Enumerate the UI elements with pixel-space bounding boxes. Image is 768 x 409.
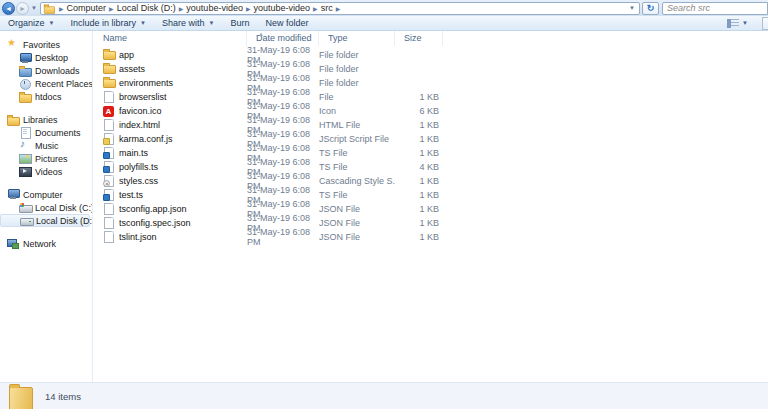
toolbar-button-label: Burn bbox=[230, 18, 249, 28]
command-toolbar: Organize▼Include in library▼Share with▼B… bbox=[0, 16, 768, 31]
sidebar-item-computer[interactable]: Computer bbox=[0, 188, 92, 201]
folder-file-icon bbox=[103, 63, 119, 75]
drive-icon bbox=[20, 215, 32, 226]
table-row[interactable]: styles.css31-May-19 6:08 PMCascading Sty… bbox=[94, 174, 768, 188]
file-type: TS File bbox=[319, 148, 395, 158]
breadcrumb-item[interactable]: Local Disk (D:) bbox=[117, 3, 176, 13]
file-name: tsconfig.app.json bbox=[119, 204, 247, 214]
sidebar-item-music[interactable]: Music bbox=[0, 139, 92, 152]
explorer-window: ◄ ► ▼ ▶Computer▶Local Disk (D:)▶youtube-… bbox=[0, 0, 768, 409]
file-name: karma.conf.js bbox=[119, 134, 247, 144]
sidebar-item-label: Libraries bbox=[23, 115, 58, 125]
file-size: 6 KB bbox=[395, 106, 439, 116]
sidebar-item-favorites[interactable]: Favorites bbox=[0, 38, 92, 51]
table-row[interactable]: tsconfig.app.json31-May-19 6:08 PMJSON F… bbox=[94, 202, 768, 216]
desktop-icon bbox=[19, 52, 31, 63]
toolbar-button-organize[interactable]: Organize▼ bbox=[0, 16, 62, 31]
column-header-size[interactable]: Size bbox=[395, 31, 443, 46]
file-size: 1 KB bbox=[395, 176, 439, 186]
file-date-modified: 31-May-19 6:08 PM bbox=[247, 227, 319, 247]
file-size: 1 KB bbox=[395, 232, 439, 242]
breadcrumb-separator-icon: ▶ bbox=[313, 5, 318, 12]
sidebar-item-downloads[interactable]: Downloads bbox=[0, 64, 92, 77]
sidebar-item-label: Favorites bbox=[23, 40, 60, 50]
table-row[interactable]: favicon.ico31-May-19 6:08 PMIcon6 KB bbox=[94, 104, 768, 118]
sidebar-item-desktop[interactable]: Desktop bbox=[0, 51, 92, 64]
ts-file-icon bbox=[103, 161, 119, 173]
lib-icon bbox=[7, 114, 19, 125]
forward-button[interactable]: ► bbox=[16, 2, 29, 15]
toolbar-button-burn[interactable]: Burn bbox=[222, 16, 257, 31]
sidebar-item-label: Downloads bbox=[35, 66, 80, 76]
back-button[interactable]: ◄ bbox=[2, 2, 15, 15]
sidebar-item-pictures[interactable]: Pictures bbox=[0, 152, 92, 165]
downloads-icon bbox=[19, 65, 31, 76]
file-name: styles.css bbox=[119, 176, 247, 186]
table-row[interactable]: polyfills.ts31-May-19 6:08 PMTS File4 KB bbox=[94, 160, 768, 174]
toolbar-button-new-folder[interactable]: New folder bbox=[257, 16, 316, 31]
table-row[interactable]: browserslist31-May-19 6:08 PMFile1 KB bbox=[94, 90, 768, 104]
drive-c-icon bbox=[19, 202, 31, 213]
table-row[interactable]: tsconfig.spec.json31-May-19 6:08 PMJSON … bbox=[94, 216, 768, 230]
sidebar-item-libraries[interactable]: Libraries bbox=[0, 113, 92, 126]
table-row[interactable]: karma.conf.js31-May-19 6:08 PMJScript Sc… bbox=[94, 132, 768, 146]
preview-pane-button[interactable] bbox=[762, 17, 768, 30]
sidebar-item-label: Local Disk (D:) bbox=[36, 216, 93, 226]
toolbar-items: Organize▼Include in library▼Share with▼B… bbox=[0, 16, 317, 31]
file-type: Icon bbox=[319, 106, 395, 116]
sidebar-item-label: Music bbox=[35, 141, 59, 151]
file-size: 1 KB bbox=[395, 134, 439, 144]
sidebar-item-label: Local Disk (C:) bbox=[35, 203, 93, 213]
file-name: environments bbox=[119, 78, 247, 88]
file-type: HTML File bbox=[319, 120, 395, 130]
sidebar-group-computer: ComputerLocal Disk (C:)Local Disk (D:) bbox=[0, 188, 92, 227]
breadcrumb-item[interactable]: youtube-video bbox=[186, 3, 243, 13]
table-row[interactable]: environments31-May-19 6:08 PMFile folder bbox=[94, 76, 768, 90]
column-header-name[interactable]: Name bbox=[94, 31, 247, 46]
breadcrumb-item[interactable]: src bbox=[321, 3, 333, 13]
search-input[interactable] bbox=[663, 3, 767, 14]
sidebar-item-local-disk-d[interactable]: Local Disk (D:) bbox=[0, 214, 90, 227]
sidebar-item-label: Videos bbox=[35, 167, 62, 177]
table-row[interactable]: app31-May-19 6:08 PMFile folder bbox=[94, 48, 768, 62]
file-file-icon bbox=[103, 231, 119, 243]
breadcrumb-item[interactable]: Computer bbox=[67, 3, 107, 13]
sidebar-item-videos[interactable]: Videos bbox=[0, 165, 92, 178]
file-name: main.ts bbox=[119, 148, 247, 158]
toolbar-button-include-in-library[interactable]: Include in library▼ bbox=[62, 16, 153, 31]
table-row[interactable]: tslint.json31-May-19 6:08 PMJSON File1 K… bbox=[94, 230, 768, 244]
folder-icon bbox=[19, 91, 31, 102]
file-size: 1 KB bbox=[395, 148, 439, 158]
file-type: File folder bbox=[319, 50, 395, 60]
column-header-type[interactable]: Type bbox=[319, 31, 395, 46]
sidebar-item-htdocs[interactable]: htdocs bbox=[0, 90, 92, 103]
navigation-pane: FavoritesDesktopDownloadsRecent Placesht… bbox=[0, 31, 93, 382]
file-name: polyfills.ts bbox=[119, 162, 247, 172]
table-row[interactable]: main.ts31-May-19 6:08 PMTS File1 KB bbox=[94, 146, 768, 160]
file-name: index.html bbox=[119, 120, 247, 130]
sidebar-item-network[interactable]: Network bbox=[0, 237, 92, 250]
toolbar-button-label: Organize bbox=[8, 18, 45, 28]
file-type: File bbox=[319, 92, 395, 102]
views-button[interactable]: ▼ bbox=[727, 19, 762, 28]
doc-icon bbox=[19, 127, 31, 138]
address-dropdown-icon[interactable]: ▼ bbox=[627, 5, 637, 11]
breadcrumb: ▶Computer▶Local Disk (D:)▶youtube-video▶… bbox=[56, 3, 343, 13]
table-row[interactable]: test.ts31-May-19 6:08 PMTS File1 KB bbox=[94, 188, 768, 202]
toolbar-button-label: New folder bbox=[265, 18, 308, 28]
table-row[interactable]: assets31-May-19 6:08 PMFile folder bbox=[94, 62, 768, 76]
sidebar-item-local-disk-c[interactable]: Local Disk (C:) bbox=[0, 201, 92, 214]
file-type: Cascading Style S... bbox=[319, 176, 395, 186]
chevron-down-icon: ▼ bbox=[49, 20, 55, 26]
star-icon bbox=[7, 39, 19, 50]
history-dropdown-icon[interactable]: ▼ bbox=[31, 5, 37, 11]
refresh-button[interactable]: ↻ bbox=[642, 2, 659, 15]
css-file-icon bbox=[103, 175, 119, 187]
sidebar-item-recent-places[interactable]: Recent Places bbox=[0, 77, 92, 90]
address-bar[interactable]: ▶Computer▶Local Disk (D:)▶youtube-video▶… bbox=[40, 2, 640, 15]
sidebar-group-favorites: FavoritesDesktopDownloadsRecent Placesht… bbox=[0, 38, 92, 103]
sidebar-item-documents[interactable]: Documents bbox=[0, 126, 92, 139]
table-row[interactable]: index.html31-May-19 6:08 PMHTML File1 KB bbox=[94, 118, 768, 132]
toolbar-button-share-with[interactable]: Share with▼ bbox=[154, 16, 222, 31]
breadcrumb-item[interactable]: youtube-video bbox=[254, 3, 311, 13]
